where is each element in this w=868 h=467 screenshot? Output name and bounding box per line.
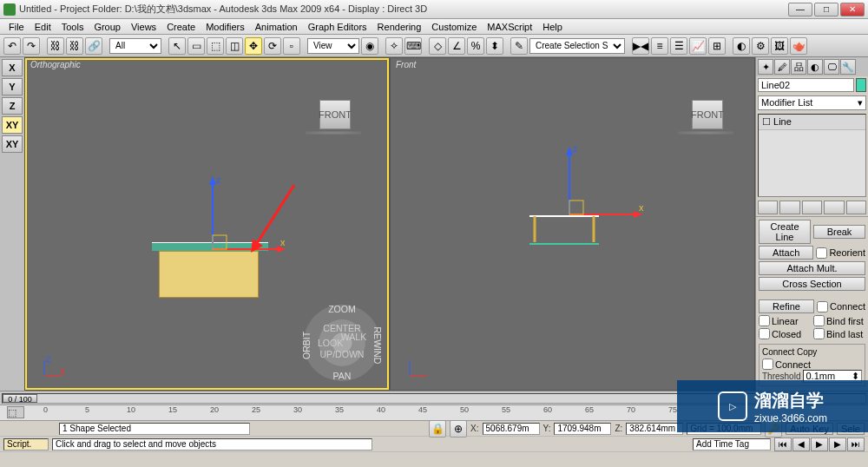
percent-snap-button[interactable]: % <box>467 37 484 55</box>
y-coord-field[interactable]: 1709.948m <box>554 423 611 435</box>
break-button[interactable]: Break <box>813 225 865 239</box>
next-frame-button[interactable]: ▶ <box>829 437 846 451</box>
linear-checkbox[interactable] <box>759 315 770 326</box>
scale-button[interactable]: ▫ <box>283 37 300 55</box>
axis-xy2-button[interactable]: XY <box>2 135 23 153</box>
angle-snap-button[interactable]: ∠ <box>448 37 465 55</box>
unique-button[interactable] <box>802 201 822 214</box>
menu-modifiers[interactable]: Modifiers <box>201 22 250 32</box>
hierarchy-tab[interactable]: 品 <box>791 59 806 75</box>
x-coord-field[interactable]: 5068.679m <box>483 423 540 435</box>
create-tab[interactable]: ✦ <box>758 59 773 75</box>
close-button[interactable]: ✕ <box>840 3 865 16</box>
move-gizmo[interactable]: z x <box>557 138 661 225</box>
link-button[interactable]: ⛓ <box>47 37 64 55</box>
menu-group[interactable]: Group <box>89 22 126 32</box>
show-end-button[interactable] <box>779 201 799 214</box>
modifier-stack[interactable]: ☐ Line <box>758 114 866 197</box>
named-selection-set[interactable]: Create Selection Set <box>529 38 625 54</box>
display-tab[interactable]: 🖵 <box>824 59 839 75</box>
snap-button[interactable]: ◇ <box>429 37 446 55</box>
move-button[interactable]: ✥ <box>245 37 262 55</box>
attach-button[interactable]: Attach <box>759 246 813 260</box>
mirror-button[interactable]: ▶◀ <box>632 37 649 55</box>
trackbar-toggle[interactable]: ⬚ <box>7 406 24 418</box>
spinner-snap-button[interactable]: ⬍ <box>486 37 503 55</box>
menu-create[interactable]: Create <box>161 22 201 32</box>
menu-file[interactable]: File <box>3 22 30 32</box>
viewport-orthographic[interactable]: Orthographic FRONT z x <box>25 58 389 390</box>
axis-xy-button[interactable]: XY <box>2 116 23 134</box>
center-button[interactable]: ◉ <box>361 37 378 55</box>
axis-y-button[interactable]: Y <box>2 78 23 95</box>
menu-customize[interactable]: Customize <box>426 22 482 32</box>
menu-edit[interactable]: Edit <box>30 22 56 32</box>
selection-filter[interactable]: All <box>109 38 161 54</box>
menu-animation[interactable]: Animation <box>250 22 303 32</box>
refine-button[interactable]: Refine <box>759 299 814 313</box>
z-coord-field[interactable]: 382.614mm <box>626 423 683 435</box>
render-setup-button[interactable]: ⚙ <box>752 37 769 55</box>
refcoord-select[interactable]: View <box>307 38 359 54</box>
named-sel-button[interactable]: ✎ <box>510 37 528 55</box>
material-button[interactable]: ◐ <box>733 37 750 55</box>
script-listener[interactable]: Script. <box>3 438 49 451</box>
menu-maxscript[interactable]: MAXScript <box>482 22 537 32</box>
play-button[interactable]: ▶ <box>811 437 828 451</box>
render-button[interactable]: 🫖 <box>790 37 807 55</box>
pin-stack-button[interactable] <box>758 201 778 214</box>
utilities-tab[interactable]: 🔧 <box>840 59 856 75</box>
bind-button[interactable]: 🔗 <box>85 37 102 55</box>
rotate-button[interactable]: ⟳ <box>264 37 281 55</box>
menu-tools[interactable]: Tools <box>56 22 89 32</box>
remove-button[interactable] <box>824 201 844 214</box>
viewcube[interactable]: FRONT <box>692 100 723 129</box>
select-button[interactable]: ↖ <box>168 37 186 55</box>
configure-button[interactable] <box>846 201 866 214</box>
bind-first-checkbox[interactable] <box>813 315 825 326</box>
minimize-button[interactable]: — <box>788 3 812 16</box>
manipulate-button[interactable]: ✧ <box>385 37 403 55</box>
modify-tab[interactable]: 🖉 <box>774 59 790 75</box>
goto-end-button[interactable]: ⏭ <box>847 437 865 451</box>
connect-checkbox[interactable] <box>817 301 828 312</box>
schematic-button[interactable]: ⊞ <box>708 37 726 55</box>
align-button[interactable]: ≡ <box>651 37 668 55</box>
render-frame-button[interactable]: 🖼 <box>771 37 788 55</box>
create-line-button[interactable]: Create Line <box>759 220 811 244</box>
menu-grapheditors[interactable]: Graph Editors <box>303 22 372 32</box>
viewport-front[interactable]: Front FRONT z x <box>391 58 754 390</box>
reorient-checkbox[interactable] <box>816 247 827 259</box>
object-color-swatch[interactable] <box>856 78 866 92</box>
keyboard-button[interactable]: ⌨ <box>404 37 422 55</box>
select-name-button[interactable]: ▭ <box>187 37 205 55</box>
object-name-field[interactable]: Line02 <box>758 78 854 92</box>
attach-mult-button[interactable]: Attach Mult. <box>759 261 865 275</box>
select-region-button[interactable]: ⬚ <box>207 37 224 55</box>
menu-views[interactable]: Views <box>126 22 161 32</box>
redo-button[interactable]: ↷ <box>23 37 40 55</box>
connect-copy-checkbox[interactable] <box>762 358 773 370</box>
closed-checkbox[interactable] <box>759 328 770 339</box>
unlink-button[interactable]: ⛓ <box>66 37 83 55</box>
cross-section-button[interactable]: Cross Section <box>759 277 865 291</box>
time-slider-thumb[interactable]: 0 / 100 <box>3 394 37 403</box>
bind-last-checkbox[interactable] <box>813 328 825 339</box>
stack-item-line[interactable]: ☐ Line <box>759 115 865 130</box>
absolute-mode-button[interactable]: ⊕ <box>450 420 467 437</box>
menu-rendering[interactable]: Rendering <box>372 22 427 32</box>
undo-button[interactable]: ↶ <box>3 37 21 55</box>
maximize-button[interactable]: □ <box>814 3 838 16</box>
curve-editor-button[interactable]: 📈 <box>689 37 707 55</box>
goto-start-button[interactable]: ⏮ <box>774 437 792 451</box>
axis-x-button[interactable]: X <box>2 59 23 76</box>
viewcube[interactable]: FRONT <box>319 100 351 129</box>
motion-tab[interactable]: ◐ <box>807 59 823 75</box>
lock-selection-button[interactable]: 🔒 <box>429 420 446 437</box>
add-time-tag[interactable]: Add Time Tag <box>693 438 771 451</box>
prev-frame-button[interactable]: ◀ <box>792 437 810 451</box>
axis-z-button[interactable]: Z <box>2 97 23 115</box>
modifier-list-dropdown[interactable]: Modifier List▾ <box>758 95 866 110</box>
window-crossing-button[interactable]: ◫ <box>226 37 243 55</box>
layers-button[interactable]: ☰ <box>670 37 687 55</box>
